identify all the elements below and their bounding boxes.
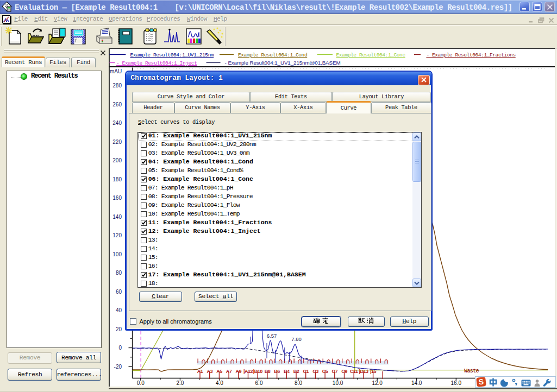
svg-text:mAU: mAU <box>110 68 122 74</box>
svg-text:C3: C3 <box>312 369 318 374</box>
svg-text:6.57: 6.57 <box>267 333 277 339</box>
svg-text:- Example Result004:1_UV1_215n: - Example Result004:1_UV1_215nm@01,BASEM <box>225 60 341 66</box>
svg-text:A5: A5 <box>216 369 222 374</box>
svg-text:16.0: 16.0 <box>451 380 462 386</box>
svg-text:180: 180 <box>112 176 122 182</box>
svg-text:B4: B4 <box>284 369 290 374</box>
svg-text:20: 20 <box>116 326 122 332</box>
svg-text:B2: B2 <box>293 369 299 374</box>
svg-text:|A12: |A12 <box>243 369 253 374</box>
svg-text:C5: C5 <box>322 369 328 374</box>
svg-text:B6: B6 <box>274 369 280 374</box>
svg-text:Waste: Waste <box>464 368 479 374</box>
svg-text:Example Result004:1_Conc: Example Result004:1_Conc <box>336 52 406 58</box>
svg-text:80: 80 <box>116 270 122 276</box>
svg-text:10.0: 10.0 <box>333 380 343 386</box>
svg-text:-20: -20 <box>114 364 122 370</box>
svg-text:220: 220 <box>112 139 122 145</box>
svg-text:A3: A3 <box>206 369 212 374</box>
svg-text:2.0: 2.0 <box>176 380 184 386</box>
svg-text:C9: C9 <box>341 369 347 374</box>
svg-text:C1: C1 <box>303 369 309 374</box>
svg-text:12.0: 12.0 <box>372 380 383 386</box>
svg-text:Example Result004:1_Cond: Example Result004:1_Cond <box>238 52 307 58</box>
svg-text:C11: C11 <box>350 369 358 374</box>
svg-text:240: 240 <box>112 120 122 126</box>
svg-text:280: 280 <box>112 83 122 88</box>
svg-text:14.0: 14.0 <box>411 380 422 386</box>
svg-text:100: 100 <box>112 251 122 257</box>
svg-text:|B10: |B10 <box>253 369 263 374</box>
svg-text:260: 260 <box>112 102 122 108</box>
svg-text:C7: C7 <box>332 369 338 374</box>
svg-text:7.80: 7.80 <box>291 336 302 342</box>
svg-text:8.0: 8.0 <box>295 380 302 386</box>
svg-text:A9: A9 <box>236 369 242 374</box>
svg-text:A7: A7 <box>226 369 232 374</box>
svg-text:0.0: 0.0 <box>137 380 145 386</box>
svg-text:140: 140 <box>112 214 122 220</box>
svg-text:- Example Result004:1_Inject: - Example Result004:1_Inject <box>116 60 197 66</box>
svg-text:B8: B8 <box>265 369 271 374</box>
svg-text:0: 0 <box>118 345 122 351</box>
svg-text:6.0: 6.0 <box>255 380 263 386</box>
svg-text:- Example Result004:1_Fraction: - Example Result004:1_Fractions <box>426 52 515 58</box>
svg-text:160: 160 <box>112 195 122 201</box>
svg-text:Example Result004:1_UV1_215nm: Example Result004:1_UV1_215nm <box>130 52 214 58</box>
svg-text:60: 60 <box>116 289 122 295</box>
svg-text:200: 200 <box>112 157 122 163</box>
svg-text:120: 120 <box>112 232 122 238</box>
svg-text:4.0: 4.0 <box>216 380 223 386</box>
svg-text:40: 40 <box>116 307 122 313</box>
